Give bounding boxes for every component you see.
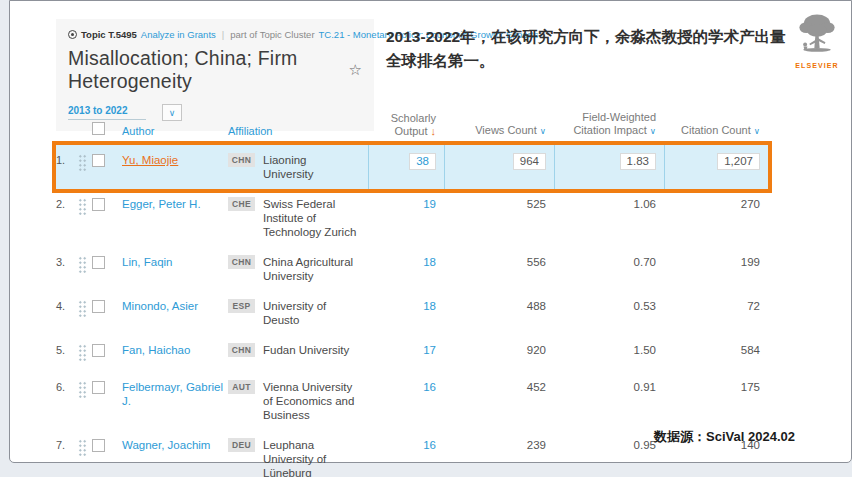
scholarly-output-value: 16 [368, 372, 444, 430]
row-checkbox[interactable] [92, 154, 105, 167]
drag-handle-icon[interactable] [78, 145, 92, 189]
citation-count-value: 584 [664, 335, 768, 372]
affiliation-text: Liaoning University [263, 153, 358, 181]
views-count-value: 488 [444, 291, 554, 335]
column-header-citation-count[interactable]: Citation Count∨ [664, 124, 768, 138]
citation-count-value: 175 [664, 372, 768, 430]
sort-desc-icon: ↓ [431, 125, 437, 137]
row-checkbox[interactable] [92, 344, 105, 357]
authors-table: Author Affiliation Scholarly Output↓ Vie… [56, 111, 768, 477]
country-badge: AUT [228, 380, 255, 394]
elsevier-logo: ELSEVIER [790, 11, 844, 69]
row-checkbox[interactable] [92, 198, 105, 211]
row-rank: 4. [56, 291, 78, 335]
fwci-value: 1.83 [554, 145, 664, 189]
fwci-value: 1.06 [554, 189, 664, 247]
citation-count-value: 72 [664, 291, 768, 335]
drag-handle-icon[interactable] [78, 335, 92, 372]
scholarly-output-value: 18 [368, 247, 444, 291]
topic-label: Topic T.5495 [81, 29, 137, 40]
author-link[interactable]: Yu, Miaojie [122, 154, 178, 166]
column-header-author[interactable]: Author [122, 125, 228, 138]
table-row: 4. Minondo, Asier ESP University of Deus… [56, 291, 768, 335]
table-row: 5. Fan, Haichao CHN Fudan University 17 … [56, 335, 768, 372]
country-badge: DEU [228, 438, 255, 452]
row-rank: 1. [56, 145, 78, 189]
author-link[interactable]: Felbermayr, Gabriel J. [122, 381, 223, 407]
views-count-value: 920 [444, 335, 554, 372]
country-badge: ESP [228, 299, 255, 313]
row-rank: 3. [56, 247, 78, 291]
column-header-views-count[interactable]: Views Count∨ [444, 124, 554, 138]
table-header-row: Author Affiliation Scholarly Output↓ Vie… [56, 111, 768, 145]
fwci-value: 1.50 [554, 335, 664, 372]
chevron-down-icon: ∨ [540, 126, 546, 136]
scholarly-output-value: 18 [368, 291, 444, 335]
drag-handle-icon[interactable] [78, 291, 92, 335]
views-count-value: 556 [444, 247, 554, 291]
scholarly-output-value: 19 [368, 189, 444, 247]
scholarly-output-value: 17 [368, 335, 444, 372]
meta-divider: | [222, 29, 224, 40]
elsevier-brand-text: ELSEVIER [790, 62, 844, 69]
table-row: 1. Yu, Miaojie CHN Liaoning University 3… [56, 145, 768, 189]
drag-handle-icon[interactable] [78, 372, 92, 430]
author-link[interactable]: Lin, Faqin [122, 256, 173, 268]
country-badge: CHN [228, 343, 255, 357]
table-row: 3. Lin, Faqin CHN China Agricultural Uni… [56, 247, 768, 291]
chevron-down-icon: ∨ [650, 126, 656, 136]
citation-count-value: 270 [664, 189, 768, 247]
row-rank: 7. [56, 430, 78, 477]
fwci-value: 0.70 [554, 247, 664, 291]
column-header-scholarly-output[interactable]: Scholarly Output↓ [368, 112, 444, 138]
affiliation-text: Fudan University [263, 343, 349, 364]
fwci-value: 0.95 [554, 430, 664, 477]
citation-count-value: 199 [664, 247, 768, 291]
data-source-note: 数据源：SciVal 2024.02 [654, 428, 795, 446]
affiliation-text: Vienna University of Economics and Busin… [263, 380, 358, 422]
annotation-text: 2013-2022年，在该研究方向下，余淼杰教授的学术产出量全球排名第一。 [386, 25, 788, 73]
country-badge: CHE [228, 197, 255, 211]
citation-count-value: 1,207 [664, 145, 768, 189]
analyze-in-grants-link[interactable]: Analyze in Grants [141, 29, 216, 40]
topic-meta: Topic T.5495 Analyze in Grants | part of… [68, 29, 362, 40]
scholarly-output-value: 16 [368, 430, 444, 477]
table-row: 6. Felbermayr, Gabriel J. AUT Vienna Uni… [56, 372, 768, 430]
author-link[interactable]: Fan, Haichao [122, 344, 190, 356]
row-rank: 6. [56, 372, 78, 430]
topic-icon [68, 30, 77, 39]
drag-handle-icon[interactable] [78, 189, 92, 247]
views-count-value: 452 [444, 372, 554, 430]
country-badge: CHN [228, 153, 255, 167]
views-count-value: 239 [444, 430, 554, 477]
row-checkbox[interactable] [92, 439, 105, 452]
views-count-value: 525 [444, 189, 554, 247]
affiliation-text: University of Deusto [263, 299, 358, 327]
cluster-prefix: part of Topic Cluster [230, 29, 314, 40]
author-link[interactable]: Minondo, Asier [122, 300, 198, 312]
author-link[interactable]: Wagner, Joachim [122, 439, 210, 451]
affiliation-text: Swiss Federal Institute of Technology Zu… [263, 197, 358, 239]
country-badge: CHN [228, 255, 255, 269]
row-checkbox[interactable] [92, 300, 105, 313]
column-header-affiliation[interactable]: Affiliation [228, 125, 368, 138]
views-count-value: 964 [444, 145, 554, 189]
fwci-value: 0.91 [554, 372, 664, 430]
affiliation-text: Leuphana University of Lüneburg [263, 438, 358, 477]
slide: Topic T.5495 Analyze in Grants | part of… [9, 0, 852, 463]
scholarly-output-value: 38 [368, 145, 444, 189]
chevron-down-icon: ∨ [754, 126, 760, 136]
row-checkbox[interactable] [92, 381, 105, 394]
elsevier-tree-icon [794, 11, 840, 58]
select-all-checkbox[interactable] [92, 122, 105, 135]
row-rank: 2. [56, 189, 78, 247]
drag-handle-icon[interactable] [78, 430, 92, 477]
favorite-star-icon[interactable]: ☆ [349, 61, 362, 79]
table-row: 2. Egger, Peter H. CHE Swiss Federal Ins… [56, 189, 768, 247]
fwci-value: 0.53 [554, 291, 664, 335]
drag-handle-icon[interactable] [78, 247, 92, 291]
column-header-fwci[interactable]: Field-Weighted Citation Impact∨ [554, 111, 664, 138]
affiliation-text: China Agricultural University [263, 255, 358, 283]
row-checkbox[interactable] [92, 256, 105, 269]
author-link[interactable]: Egger, Peter H. [122, 198, 201, 210]
